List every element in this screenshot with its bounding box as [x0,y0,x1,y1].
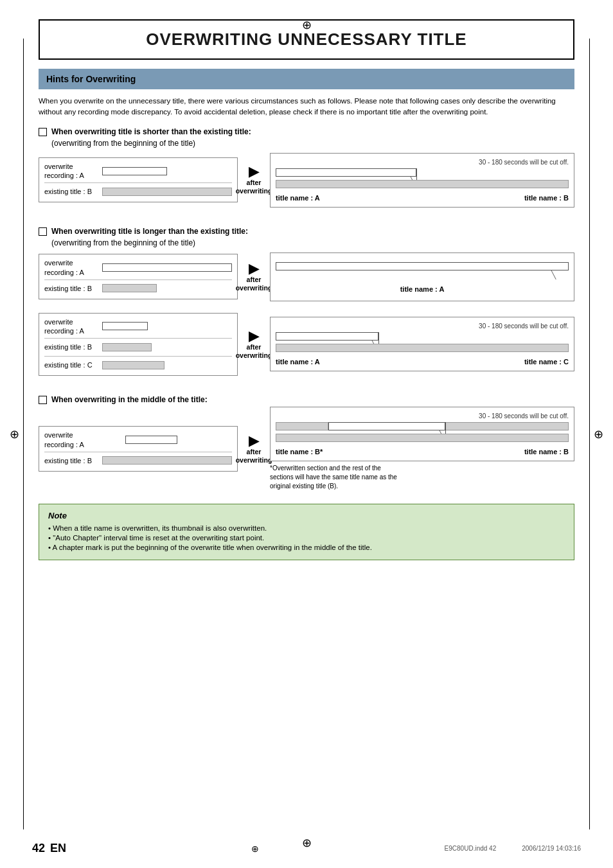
diag3-bar-left [276,422,328,430]
diag1-row2: existing title : B [44,185,232,198]
diag3-bar-bottom [276,434,569,442]
diag2-title-a: title name : A [400,285,445,293]
diag1-arrow-label: afteroverwriting [236,179,272,195]
reg-mark-top: ⊕ [302,18,312,32]
note-item1: • When a title name is overwritten, its … [48,524,565,532]
diagram2b: overwriterecording : A existing title : … [39,313,574,376]
diag3-row1: overwriterecording : A [44,430,232,449]
diag1-bar-top [276,168,416,177]
diagram3: overwriterecording : A existing title : … [39,407,574,491]
subsection1-text: When overwriting title is shorter than t… [51,127,251,136]
diag3-right-wrapper: 30 - 180 seconds will be cut off. ╲ [270,407,574,491]
diag2b-arrow-icon: ▶ [249,329,260,343]
diag3-arrow-icon: ▶ [249,434,260,448]
diag1-row1: overwriterecording : A [44,162,232,181]
diag3-bars-wrapper: ╲ title name : B* title name : B [276,422,569,456]
diag2-bars-wrapper: ╲ title name : A [276,262,569,296]
diag1-bar-bottom [276,180,569,188]
diag3-arrow-label: afteroverwriting [236,448,272,464]
diag2-bar2 [102,282,232,295]
diag2b-bar-bottom [276,344,569,352]
diag2b-label2: existing title : B [44,342,102,351]
diag1-title-b: title name : B [524,194,569,202]
subsection3-label: When overwriting in the middle of the ti… [39,395,574,404]
diag2b-label1: overwriterecording : A [44,317,102,336]
diag1-bar2 [102,185,232,198]
diag3-title-b-star: title name : B* [276,448,323,456]
checkbox3 [39,396,47,404]
diag3-footnote: *Overwritten section and the rest of the… [270,464,398,491]
diag2b-bar2 [102,341,232,353]
diag2-row1: overwriterecording : A [44,258,232,277]
diag1-bar1 [102,164,232,177]
diag2b-title-c: title name : C [524,358,569,366]
diag2b-left: overwriterecording : A existing title : … [39,313,238,376]
diag2-bar2-inner [102,284,157,292]
footer-filename: E9C80UD.indd 42 [445,845,497,852]
subsection2-label: When overwriting title is longer than th… [39,227,574,236]
diag1-arrow: ▶ afteroverwriting [238,164,270,195]
diag1-label2: existing title : B [44,187,102,196]
diag1-title-a: title name : A [276,194,320,202]
diag2-bar1 [102,261,232,274]
diag3-bar-mid [328,422,445,430]
subsection2-sub: (overwriting from the beginning of the t… [51,238,574,247]
checkbox2 [39,227,47,236]
footer: 42 EN ⊕ E9C80UD.indd 42 2006/12/19 14:03… [32,842,581,855]
diagram2: overwriterecording : A existing title : … [39,252,574,301]
page: ⊕ ⊕ ⊕ ⊕ OVERWRITING UNNECESSARY TITLE Hi… [0,0,613,868]
diag2b-cut-note: 30 - 180 seconds will be cut off. [276,323,569,330]
diag2b-bar-top [276,332,378,341]
diag3-right: 30 - 180 seconds will be cut off. ╲ [270,407,574,461]
subsection1-sub: (overwriting from the beginning of the t… [51,139,574,148]
diagram1: overwriterecording : A existing title : … [39,153,574,208]
diag3-label1: overwriterecording : A [44,430,102,449]
diag2b-arrow: ▶ afteroverwriting [238,329,270,359]
footer-date: 2006/12/19 14:03:16 [522,845,581,852]
diag2-arrow: ▶ afteroverwriting [238,261,270,292]
footer-page-area: 42 EN [32,842,66,855]
diag1-arrow-icon: ▶ [249,164,260,179]
diag2b-right: 30 - 180 seconds will be cut off. ╲ titl… [270,317,574,371]
diag2b-bar1 [102,320,232,333]
intro-text: When you overwrite on the unnecessary ti… [39,96,574,118]
diag2-bar1-inner [102,263,232,272]
note-item2: • "Auto Chapter" interval time is reset … [48,534,565,542]
diag3-cut-note: 30 - 180 seconds will be cut off. [276,412,569,420]
note-section: Note • When a title name is overwritten,… [39,504,574,560]
diag2b-arrow-label: afteroverwriting [236,343,272,359]
diag1-label1: overwriterecording : A [44,162,102,181]
checkbox1 [39,128,47,136]
reg-mark-left: ⊕ [10,427,19,441]
diag2-slash: ╲ [551,270,556,279]
footer-lang: EN [50,842,66,855]
diag3-bar2-inner [102,456,232,465]
diag3-arrow: ▶ afteroverwriting [238,434,270,464]
diag2b-row1: overwriterecording : A [44,317,232,336]
diag2b-label3: existing title : C [44,360,102,369]
diag2b-title-a: title name : A [276,358,320,366]
diag2b-bar3 [102,359,232,371]
diag2-arrow-icon: ▶ [249,261,260,276]
footer-reg: ⊕ [251,844,259,854]
diag3-bar1-inner [125,436,177,444]
diag2-right: ╲ title name : A [270,252,574,301]
diag3-title-b: title name : B [524,448,569,456]
diag3-bar2 [102,454,232,467]
side-line-right [589,39,590,829]
diag2b-row2: existing title : B [44,341,232,353]
note-item3: • A chapter mark is put the beginning of… [48,544,565,551]
diag3-row2: existing title : B [44,454,232,467]
reg-mark-right: ⊕ [594,427,603,441]
diag2b-bar3-inner [102,361,164,369]
diag2b-bars-wrapper: ╲ title name : A title name : C [276,332,569,366]
diag2b-bar1-inner [102,322,148,330]
diag2b-bar2-inner [102,343,152,351]
diag2-bar-top [276,262,569,270]
diag2b-row3: existing title : C [44,359,232,371]
diag1-bars-wrapper: ╲ title name : A title name : B [276,168,569,202]
side-line-left [23,39,24,829]
footer-page-num: 42 [32,842,45,855]
section-header: Hints for Overwriting [39,69,574,89]
diag2-label1: overwriterecording : A [44,258,102,277]
